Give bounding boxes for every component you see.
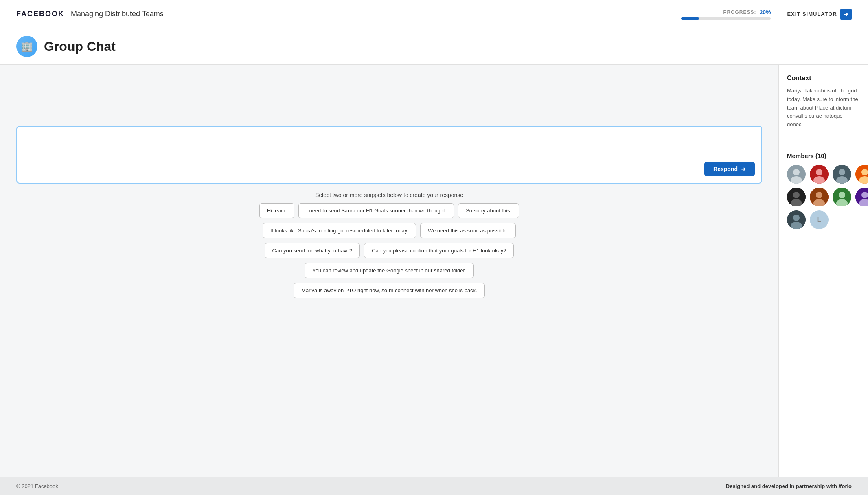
- progress-bar-fill: [681, 17, 699, 20]
- exit-simulator-label: EXIT SIMULATOR: [787, 11, 837, 17]
- footer-partner: Designed and developed in partnership wi…: [726, 483, 852, 489]
- svg-point-25: [793, 215, 800, 221]
- snippet-mariya-pto[interactable]: Mariya is away on PTO right now, so I'll…: [294, 283, 484, 298]
- facebook-logo: FACEBOOK: [16, 10, 64, 18]
- snippet-confirm-goals[interactable]: Can you please confirm that your goals f…: [364, 243, 514, 258]
- chat-emoji: 🏢: [21, 41, 33, 52]
- header-right: PROGRESS: 20% EXIT SIMULATOR ➜: [681, 9, 852, 20]
- course-title: Managing Distributed Teams: [71, 10, 164, 18]
- snippet-row-3: Can you send me what you have? Can you p…: [265, 243, 514, 258]
- message-input-wrap: Respond ➜: [16, 126, 762, 184]
- snippet-meeting-rescheduled[interactable]: It looks like Saura's meeting got resche…: [263, 223, 416, 238]
- member-avatar-9: [787, 210, 806, 229]
- member-avatar-l: L: [810, 210, 829, 229]
- snippet-row-5: Mariya is away on PTO right now, so I'll…: [294, 283, 484, 298]
- svg-point-10: [861, 169, 868, 175]
- footer-partner-brand: /forio: [839, 483, 852, 489]
- footer-partner-text: Designed and developed in partnership wi…: [726, 483, 839, 489]
- svg-point-19: [839, 192, 845, 198]
- snippet-row-2: It looks like Saura's meeting got resche…: [263, 223, 516, 238]
- svg-point-4: [816, 169, 822, 175]
- svg-point-13: [793, 192, 800, 198]
- snippet-row-1: Hi team. I need to send Saura our H1 Goa…: [259, 203, 519, 218]
- snippet-hi-team[interactable]: Hi team.: [259, 203, 294, 218]
- member-avatar-8: [855, 188, 868, 206]
- snippets-instruction: Select two or more snippets below to cre…: [315, 192, 463, 198]
- member-avatar-1: [787, 165, 806, 184]
- progress-section: PROGRESS: 20%: [681, 9, 771, 20]
- snippet-sorry[interactable]: So sorry about this.: [458, 203, 519, 218]
- sidebar: Context Mariya Takeuchi is off the grid …: [778, 65, 868, 477]
- group-chat-icon: 🏢: [16, 36, 37, 57]
- message-footer: Respond ➜: [24, 162, 755, 176]
- exit-arrow-icon: ➜: [840, 9, 852, 20]
- snippet-row-4: You can review and update the Google she…: [305, 263, 474, 278]
- respond-label: Respond: [713, 166, 738, 172]
- respond-arrow-icon: ➜: [741, 166, 746, 172]
- context-section: Context Mariya Takeuchi is off the grid …: [787, 74, 860, 129]
- svg-point-16: [816, 192, 822, 198]
- snippet-google-sheet[interactable]: You can review and update the Google she…: [305, 263, 474, 278]
- app-header: FACEBOOK Managing Distributed Teams PROG…: [0, 0, 868, 28]
- members-section: Members (10): [787, 152, 860, 229]
- progress-label: PROGRESS:: [723, 9, 756, 15]
- header-left: FACEBOOK Managing Distributed Teams: [16, 10, 164, 18]
- message-textarea[interactable]: [24, 133, 755, 162]
- respond-button[interactable]: Respond ➜: [704, 162, 755, 176]
- svg-point-22: [861, 192, 868, 198]
- snippets-section: Select two or more snippets below to cre…: [16, 192, 762, 298]
- member-avatar-4: [855, 165, 868, 184]
- member-avatar-6: [810, 188, 829, 206]
- progress-percentage: 20%: [759, 9, 771, 15]
- page-title: Group Chat: [44, 39, 116, 54]
- snippet-send-saura-h1[interactable]: I need to send Saura our H1 Goals sooner…: [298, 203, 454, 218]
- main-layout: Respond ➜ Select two or more snippets be…: [0, 65, 868, 477]
- context-title: Context: [787, 74, 860, 82]
- footer-copyright: © 2021 Facebook: [16, 483, 58, 489]
- member-avatar-7: [833, 188, 851, 206]
- content-area: Respond ➜ Select two or more snippets be…: [0, 65, 778, 477]
- progress-bar-background: [681, 17, 771, 20]
- members-title: Members (10): [787, 152, 860, 159]
- context-text: Mariya Takeuchi is off the grid today. M…: [787, 87, 860, 129]
- exit-simulator-button[interactable]: EXIT SIMULATOR ➜: [787, 9, 852, 20]
- page-title-bar: 🏢 Group Chat: [0, 28, 868, 65]
- snippet-send-what-you-have[interactable]: Can you send me what you have?: [265, 243, 360, 258]
- member-avatar-3: [833, 165, 851, 184]
- member-avatar-5: [787, 188, 806, 206]
- member-avatar-2: [810, 165, 829, 184]
- snippet-need-soon[interactable]: We need this as soon as possible.: [420, 223, 516, 238]
- sidebar-divider: [787, 139, 860, 139]
- svg-point-1: [793, 169, 800, 175]
- svg-point-7: [839, 169, 845, 175]
- app-footer: © 2021 Facebook Designed and developed i…: [0, 477, 868, 495]
- members-grid: L: [787, 165, 860, 229]
